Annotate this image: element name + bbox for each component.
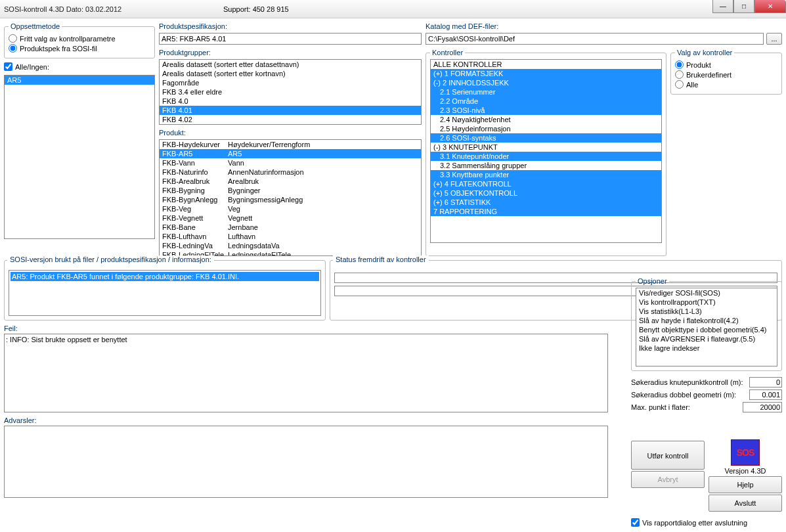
radio-brukerdefinert[interactable]: Brukerdefinert <box>675 70 777 79</box>
list-item[interactable]: Arealis datasett (sortert etter kortnavn… <box>160 69 421 78</box>
alle-ingen-list[interactable]: AR5 <box>4 75 155 239</box>
list-item[interactable]: FKB 4.02 <box>160 115 421 124</box>
radio-produktspek[interactable]: Produktspek fra SOSI-fil <box>9 44 150 53</box>
hjelp-button[interactable]: Hjelp <box>709 476 782 493</box>
valg-kontroller-group: Valg av kontroller Produkt Brukerdefiner… <box>670 49 782 95</box>
tree-node[interactable]: (+) 4 FLATEKONTROLL <box>431 179 661 188</box>
opsjoner-legend: Opsjoner <box>636 277 669 285</box>
list-item[interactable]: FKB 4.0 <box>160 97 421 106</box>
list-item[interactable]: FKB-AR5AR5 <box>160 149 421 158</box>
tree-node[interactable]: 2.4 Nøyaktighet/enhet <box>431 115 661 124</box>
kontroller-legend: Kontroller <box>430 49 465 56</box>
window-title: SOSI-kontroll 4.3D Dato: 03.02.2012 <box>4 5 121 13</box>
advarsler-box[interactable] <box>4 426 608 498</box>
list-item[interactable]: FKB 4.01 <box>160 106 421 115</box>
list-item[interactable]: FKB-ArealbrukArealbruk <box>160 177 421 186</box>
list-item[interactable]: FKB-VegnettVegnett <box>160 213 421 223</box>
katalog-field[interactable] <box>426 33 764 45</box>
radio-fritt-valg[interactable]: Fritt valg av kontrollparametre <box>9 34 150 43</box>
avbryt-button[interactable]: Avbryt <box>631 471 705 488</box>
tree-node[interactable]: 2.1 Serienummer <box>431 87 661 97</box>
title-bar: SOSI-kontroll 4.3D Dato: 03.02.2012 Supp… <box>0 0 786 18</box>
maxpunkt-label: Max. punkt i flater: <box>631 403 690 411</box>
sokeradius-dobbel-input[interactable] <box>749 389 782 400</box>
tree-node[interactable]: 2.3 SOSI-nivå <box>431 106 661 115</box>
feil-box[interactable]: : INFO: Sist brukte oppsett er benyttet <box>4 334 608 412</box>
tree-node[interactable]: (+) 5 OBJEKTKONTROLL <box>431 188 661 198</box>
oppsettmetode-group: Oppsettmetode Fritt valg av kontrollpara… <box>4 22 155 58</box>
feil-label: Feil: <box>4 324 608 332</box>
tree-node[interactable]: 2.5 Høydeinformasjon <box>431 124 661 133</box>
maxpunkt-input[interactable] <box>743 402 782 412</box>
list-item[interactable]: FKB-VannVann <box>160 158 421 167</box>
list-item[interactable]: Benytt objekttype i dobbel geometri(5.4) <box>636 325 777 334</box>
list-item[interactable]: FKB-LedningVaLedningsdataVa <box>160 241 421 250</box>
tree-node[interactable]: (+) 6 STATISTIKK <box>431 198 661 207</box>
status-label: Status fremdrift av kontroller <box>333 255 429 263</box>
sosiversjon-box[interactable]: AR5: Produkt FKB-AR5 funnet i følgende p… <box>9 270 321 316</box>
list-item[interactable]: FKB 3.4 eller eldre <box>160 87 421 97</box>
tree-node[interactable]: 3.2 Sammenslåing grupper <box>431 161 661 170</box>
list-item[interactable]: FKB-BygnAnleggBygningsmessigAnlegg <box>160 195 421 204</box>
opsjoner-group: Opsjoner Vis/rediger SOSI-fil(SOS)Vis ko… <box>631 277 782 371</box>
versjon-text: Versjon 4.3D <box>709 467 782 475</box>
sosi-logo: SOS <box>731 439 760 466</box>
tree-node[interactable]: 7 RAPPORTERING <box>431 207 661 216</box>
kontroller-group: Kontroller ALLE KONTROLLER(+) 1 FORMATSJ… <box>426 49 666 256</box>
produktspes-label: Produktspesifikasjon: <box>159 22 422 30</box>
tree-node[interactable]: 3.1 Knutepunkt/noder <box>431 152 661 161</box>
produktgrupper-label: Produktgrupper: <box>159 49 422 56</box>
produkt-label: Produkt: <box>159 129 422 137</box>
opsjoner-list[interactable]: Vis/rediger SOSI-fil(SOS)Vis kontrollrap… <box>636 288 777 366</box>
feil-text: : INFO: Sist brukte oppsett er benyttet <box>6 336 606 344</box>
close-button[interactable]: ✕ <box>754 0 786 13</box>
sokeradius-dobbel-label: Søkeradius dobbel geometri (m): <box>631 391 736 399</box>
minimize-button[interactable]: — <box>712 0 733 13</box>
list-item[interactable]: FKB-HøydekurverHøydekurver/Terrengform <box>160 140 421 149</box>
utfor-kontroll-button[interactable]: Utfør kontroll <box>631 441 705 470</box>
alle-ingen-checkbox[interactable]: Alle/Ingen: <box>4 62 155 71</box>
radio-alle[interactable]: Alle <box>675 80 777 89</box>
tree-node[interactable]: (-) 3 KNUTEPUNKT <box>431 143 661 152</box>
list-item[interactable]: FKB-BaneJernbane <box>160 223 421 232</box>
support-text: Support: 450 28 915 <box>223 5 289 13</box>
list-item[interactable]: Vis kontrollrapport(TXT) <box>636 298 777 307</box>
tree-node[interactable]: 2.6 SOSI-syntaks <box>431 133 661 143</box>
produktspes-field[interactable] <box>159 33 422 45</box>
sokeradius-knutepunkt-label: Søkeradius knutepunktkontroll (m): <box>631 378 743 386</box>
list-item[interactable]: Vis/rediger SOSI-fil(SOS) <box>636 288 777 298</box>
list-item[interactable]: FKB-NaturinfoAnnenNaturinformasjon <box>160 167 421 177</box>
produkt-list[interactable]: FKB-HøydekurverHøydekurver/TerrengformFK… <box>159 139 422 256</box>
list-item[interactable]: Ikke lagre indekser <box>636 344 777 353</box>
tree-node[interactable]: ALLE KONTROLLER <box>431 60 661 69</box>
oppsettmetode-legend: Oppsettmetode <box>9 22 62 30</box>
list-item[interactable]: FKB-LufthavnLufthavn <box>160 232 421 241</box>
radio-produkt[interactable]: Produkt <box>675 60 777 69</box>
tree-node[interactable]: (-) 2 INNHOLDSSJEKK <box>431 78 661 87</box>
tree-node[interactable]: 2.2 Område <box>431 97 661 106</box>
tree-node[interactable]: (+) 1 FORMATSJEKK <box>431 69 661 78</box>
sosiversjon-line: AR5: Produkt FKB-AR5 funnet i følgende p… <box>11 272 319 281</box>
list-item[interactable]: AR5 <box>5 76 154 85</box>
tree-node[interactable]: 3.3 Knyttbare punkter <box>431 170 661 179</box>
list-item[interactable]: FKB-BygningBygninger <box>160 186 421 195</box>
kontroller-tree[interactable]: ALLE KONTROLLER(+) 1 FORMATSJEKK(-) 2 IN… <box>430 59 662 243</box>
list-item[interactable]: FKB-VegVeg <box>160 204 421 213</box>
sosiversjon-label: SOSI-versjon brukt på filer / produktspe… <box>7 255 214 263</box>
avslutt-button[interactable]: Avslutt <box>709 495 782 512</box>
browse-button[interactable]: ... <box>766 33 782 45</box>
sokeradius-knutepunkt-input[interactable] <box>749 377 782 388</box>
visrapport-checkbox[interactable]: Vis rapportdialog etter avslutning <box>631 518 782 527</box>
list-item[interactable]: Vis statistikk(L1-L3) <box>636 307 777 316</box>
produktgrupper-list[interactable]: Arealis datasett (sortert etter datasett… <box>159 59 422 125</box>
list-item[interactable]: Slå av høyde i flatekontroll(4.2) <box>636 316 777 325</box>
advarsler-label: Advarsler: <box>4 416 608 424</box>
valg-kontroller-legend: Valg av kontroller <box>675 49 734 56</box>
maximize-button[interactable]: □ <box>733 0 754 13</box>
list-item[interactable]: Slå av AVGRENSER i flateavgr.(5.5) <box>636 334 777 344</box>
list-item[interactable]: Fagområde <box>160 78 421 87</box>
katalog-label: Katalog med DEF-filer: <box>426 22 782 30</box>
list-item[interactable]: Arealis datasett (sortert etter datasett… <box>160 60 421 69</box>
